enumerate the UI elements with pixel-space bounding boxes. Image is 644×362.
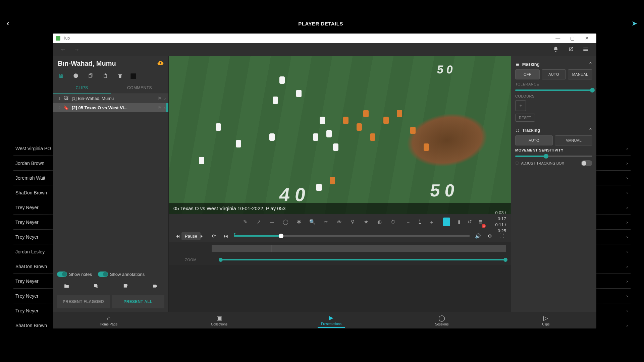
window-minimize-button[interactable]: — xyxy=(551,34,565,43)
sensitivity-slider[interactable]: 40% xyxy=(515,156,592,157)
prev-clip-button[interactable]: ⏮ xyxy=(173,232,182,240)
player-marker xyxy=(410,127,416,134)
flag-icon[interactable]: ⚑ xyxy=(158,96,162,101)
toggle-show-notes[interactable]: Show notes xyxy=(57,272,92,277)
add-colour-button[interactable]: ＋ xyxy=(515,100,526,111)
tolerance-slider[interactable]: 100% xyxy=(515,89,592,91)
window-maximize-button[interactable]: ▢ xyxy=(566,34,579,43)
chevron-up-icon[interactable]: ⌃ xyxy=(589,128,592,133)
record-button[interactable] xyxy=(148,282,162,292)
share-icon[interactable]: ➤ xyxy=(632,20,637,27)
masking-off-button[interactable]: OFF xyxy=(515,69,540,79)
window-close-button[interactable]: ✕ xyxy=(580,34,594,43)
player-marker xyxy=(279,76,285,84)
tool-link[interactable]: ✱ xyxy=(294,217,304,227)
tool-player[interactable]: ⚲ xyxy=(348,217,357,227)
annotation-color-swatch[interactable] xyxy=(443,218,450,226)
tab-clips[interactable]: CLIPS xyxy=(53,83,111,94)
mute-button[interactable]: 🔊 xyxy=(473,232,482,240)
tool-stopwatch[interactable]: ⏱ xyxy=(388,217,397,227)
nav-clips[interactable]: ▷ Clips xyxy=(539,313,553,327)
toggle-switch-icon xyxy=(98,272,108,277)
presentations-icon: ▶ xyxy=(329,314,333,321)
delete-button[interactable] xyxy=(115,71,125,81)
color-swatch[interactable] xyxy=(130,73,136,79)
chevron-up-icon[interactable]: ⌃ xyxy=(589,62,592,67)
clip-stack-icon[interactable]: 3 xyxy=(477,217,484,227)
zoom-slider[interactable] xyxy=(220,259,506,260)
present-all-button[interactable]: PRESENT ALL xyxy=(112,295,164,308)
chevron-right-icon: › xyxy=(626,205,631,210)
toggle-show-annotations[interactable]: Show annotations xyxy=(98,272,145,277)
video-viewport[interactable]: 4 0 5 0 5 0 xyxy=(169,56,511,214)
notifications-button[interactable] xyxy=(549,43,562,56)
menu-button[interactable] xyxy=(579,43,592,56)
nav-back-button[interactable]: ← xyxy=(57,44,69,56)
tracking-heading: Tracking xyxy=(515,128,540,133)
clip-time: 0:03 / 0:17 xyxy=(490,210,506,222)
add-target-button[interactable] xyxy=(71,71,80,81)
masking-manual-button[interactable]: MANUAL xyxy=(568,69,592,79)
tool-line[interactable]: ─ xyxy=(267,217,277,227)
tool-zoom[interactable]: 🔍 xyxy=(308,217,317,227)
present-flagged-button[interactable]: PRESENT FLAGGED xyxy=(57,295,110,308)
player-marker xyxy=(269,133,275,141)
counter-increment[interactable]: + xyxy=(427,217,436,227)
chevron-right-icon: › xyxy=(626,234,631,240)
tool-ellipse[interactable]: ◯ xyxy=(281,217,290,227)
pause-tooltip: Pause xyxy=(181,232,201,240)
add-image-button[interactable] xyxy=(119,282,132,292)
nav-presentations[interactable]: ▶ Presentations xyxy=(318,313,345,328)
flag-icon[interactable]: ⚑ xyxy=(158,105,162,110)
tab-comments[interactable]: COMMENTS xyxy=(111,83,168,94)
player-marker xyxy=(216,123,221,131)
nav-sessions[interactable]: ◯ Sessions xyxy=(432,313,452,327)
chevron-right-icon: › xyxy=(626,293,631,299)
adjust-tracking-label: ADJUST TRACKING BOX xyxy=(515,161,564,165)
copy-button[interactable] xyxy=(86,71,95,81)
right-panel: Masking ⌃ OFF AUTO MANUAL TOLERANCE 100%… xyxy=(511,56,596,312)
cloud-sync-icon[interactable] xyxy=(157,60,164,67)
yard-marker-50-far: 5 0 xyxy=(436,63,454,76)
tracking-auto-button[interactable]: AUTO xyxy=(515,135,553,145)
tool-freehand[interactable]: ✎ xyxy=(240,217,250,227)
progress-slider[interactable]: ▾ xyxy=(234,235,470,237)
open-external-button[interactable] xyxy=(564,43,578,56)
add-frame-button[interactable] xyxy=(89,282,103,292)
back-icon[interactable]: ‹ xyxy=(7,19,9,28)
masking-auto-button[interactable]: AUTO xyxy=(542,69,566,79)
tracking-manual-button[interactable]: MANUAL xyxy=(555,135,592,145)
tool-arrow[interactable]: ↗ xyxy=(254,217,263,227)
next-clip-button[interactable]: ⏭ xyxy=(222,232,230,240)
counter-value: 1 xyxy=(415,219,425,225)
tool-marker[interactable]: ★ xyxy=(361,217,371,227)
clip-row[interactable]: 2 🔖 [2] 05 Texas O vs West Vi... ⚑ › xyxy=(53,103,168,113)
tool-eye[interactable]: 👁 xyxy=(334,217,344,227)
reset-colours-button[interactable]: RESET xyxy=(515,114,535,122)
tolerance-label: TOLERANCE xyxy=(515,82,592,86)
counter-decrement[interactable]: − xyxy=(404,217,413,227)
nav-forward-button[interactable]: → xyxy=(70,44,83,56)
tool-undo[interactable]: ↺ xyxy=(466,217,474,227)
outer-header: ‹ PLAYER DETAILS ➤ xyxy=(0,13,644,34)
tool-spotlight[interactable]: ◐ xyxy=(375,217,384,227)
folder-button[interactable] xyxy=(60,282,73,292)
adjust-tracking-toggle[interactable] xyxy=(581,160,592,166)
app-window: Hub — ▢ ✕ ← → Bin-Wahad, xyxy=(53,34,596,328)
nav-collections[interactable]: ▣ Collections xyxy=(208,313,231,327)
timeline-strip[interactable] xyxy=(169,242,511,255)
player-marker xyxy=(273,97,278,104)
sensitivity-label: MOVEMENT SENSITIVITY xyxy=(515,148,592,152)
tool-polygon[interactable]: ▱ xyxy=(321,217,330,227)
player-marker xyxy=(383,117,389,124)
home-icon: ⌂ xyxy=(107,315,110,322)
forward-button[interactable]: ⟳ xyxy=(210,232,218,240)
new-note-button[interactable] xyxy=(56,71,66,81)
nav-home[interactable]: ⌂ Home Page xyxy=(96,313,121,327)
player-marker xyxy=(236,140,241,147)
clip-number: 2 xyxy=(56,106,60,110)
tool-erase[interactable]: ▮ xyxy=(455,217,463,227)
clip-row[interactable]: 1 🖼 [1] Bin-Wahad, Mumu ⚑ › xyxy=(53,94,168,103)
paste-button[interactable] xyxy=(101,71,110,81)
masking-heading: Masking xyxy=(515,62,540,67)
